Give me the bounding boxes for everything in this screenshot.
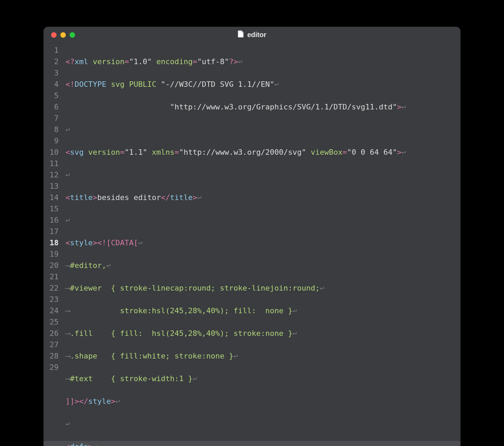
line-number[interactable]: 25 bbox=[44, 316, 59, 328]
zoom-button[interactable] bbox=[70, 32, 75, 38]
traffic-lights bbox=[51, 32, 75, 38]
window-title: editor bbox=[238, 30, 266, 39]
line-number[interactable]: 2 bbox=[44, 56, 59, 67]
line-number[interactable]: 29 bbox=[44, 362, 59, 373]
line-number[interactable]: 7 bbox=[44, 113, 59, 124]
line-number[interactable]: 24 bbox=[44, 305, 59, 316]
code-line[interactable]: <svg version="1.1" xmlns="http://www.w3.… bbox=[63, 146, 460, 158]
code-line[interactable]: ⟶ stroke:hsl(245,28%,40%); fill: none }↩ bbox=[63, 305, 460, 316]
code-line[interactable]: ⟶#viewer { stroke-linecap:round; stroke-… bbox=[63, 282, 460, 294]
line-number[interactable]: 16 bbox=[44, 214, 59, 226]
line-number[interactable]: 17 bbox=[44, 226, 59, 237]
titlebar[interactable]: editor bbox=[44, 27, 460, 43]
code-line-current[interactable]: <defs>↩ bbox=[44, 441, 460, 446]
line-number[interactable]: 20 bbox=[44, 260, 59, 271]
line-number[interactable]: 18 bbox=[44, 237, 59, 248]
code-area[interactable]: <?xml version="1.0" encoding="utf-8"?>↩ … bbox=[63, 45, 460, 446]
line-number[interactable]: 11 bbox=[44, 158, 59, 169]
minimize-button[interactable] bbox=[60, 32, 66, 38]
code-line[interactable]: ↩ bbox=[63, 214, 460, 226]
code-line[interactable]: ⟶.fill { fill: hsl(245,28%,40%); stroke:… bbox=[63, 328, 460, 339]
line-number[interactable]: 14 bbox=[44, 192, 59, 203]
line-number[interactable]: 9 bbox=[44, 135, 59, 146]
line-number[interactable]: 6 bbox=[44, 101, 59, 113]
line-number[interactable]: 21 bbox=[44, 271, 59, 282]
line-number[interactable]: 19 bbox=[44, 248, 59, 260]
line-number[interactable]: 23 bbox=[44, 294, 59, 305]
line-number[interactable]: 12 bbox=[44, 169, 59, 180]
line-number[interactable]: 5 bbox=[44, 90, 59, 101]
line-number[interactable]: 26 bbox=[44, 328, 59, 339]
editor-window: editor 123456789101112131415161718192021… bbox=[44, 27, 460, 446]
code-line[interactable]: ⟶.shape { fill:white; stroke:none }↩ bbox=[63, 350, 460, 362]
line-number[interactable]: 22 bbox=[44, 282, 59, 294]
line-number-gutter[interactable]: 1234567891011121314151617181920212223242… bbox=[44, 45, 63, 446]
code-line[interactable]: <?xml version="1.0" encoding="utf-8"?>↩ bbox=[63, 56, 460, 67]
code-editor[interactable]: 1234567891011121314151617181920212223242… bbox=[44, 43, 460, 446]
line-number[interactable]: 3 bbox=[44, 67, 59, 79]
line-number[interactable]: 27 bbox=[44, 339, 59, 350]
line-number[interactable]: 4 bbox=[44, 79, 59, 90]
line-number[interactable]: 13 bbox=[44, 180, 59, 192]
line-number[interactable]: 10 bbox=[44, 146, 59, 158]
code-line[interactable]: ⟶#editor,↩ bbox=[63, 260, 460, 271]
code-line[interactable]: "http://www.w3.org/Graphics/SVG/1.1/DTD/… bbox=[63, 101, 460, 113]
line-number[interactable]: 15 bbox=[44, 203, 59, 214]
code-line[interactable]: ↩ bbox=[63, 418, 460, 430]
code-line[interactable]: ↩ bbox=[63, 169, 460, 180]
code-line[interactable]: <title>besides editor</title>↩ bbox=[63, 192, 460, 203]
window-title-text: editor bbox=[247, 31, 266, 39]
code-line[interactable]: ]]></style>↩ bbox=[63, 396, 460, 407]
line-number[interactable]: 1 bbox=[44, 45, 59, 56]
document-icon bbox=[238, 30, 244, 39]
code-line[interactable]: <style><![CDATA[↩ bbox=[63, 237, 460, 248]
close-button[interactable] bbox=[51, 32, 57, 38]
code-line[interactable]: ↩ bbox=[63, 124, 460, 135]
code-line[interactable]: ⟶#text { stroke-width:1 }↩ bbox=[63, 373, 460, 384]
line-number[interactable]: 8 bbox=[44, 124, 59, 135]
code-line[interactable]: <!DOCTYPE svg PUBLIC "-//W3C//DTD SVG 1.… bbox=[63, 79, 460, 90]
line-number[interactable]: 28 bbox=[44, 350, 59, 362]
